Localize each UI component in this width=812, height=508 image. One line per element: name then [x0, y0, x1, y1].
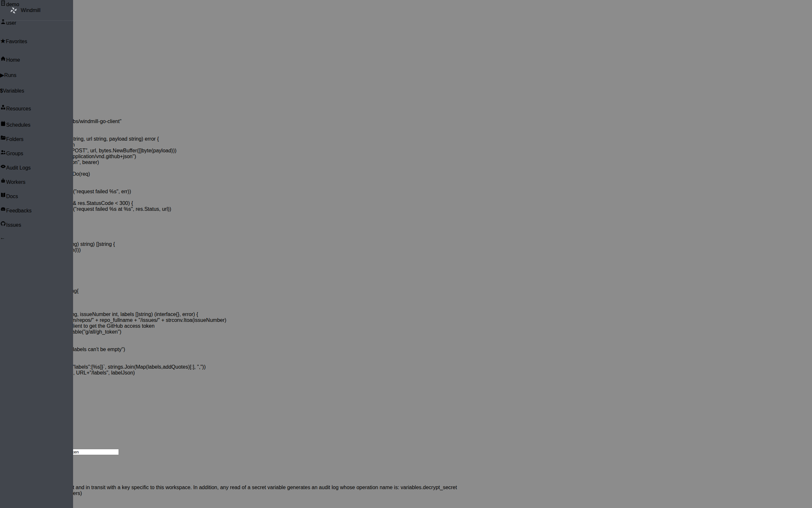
code-line: 42}: [0, 300, 812, 306]
code-line: 3import (: [0, 72, 812, 78]
owner-kind-user-option[interactable]: User: [0, 437, 812, 443]
lint-status-badge: Valid: [0, 13, 812, 18]
code-line: 48: [0, 335, 812, 341]
code-line: 18 req.Header.Add("Authorization", beare…: [0, 160, 812, 165]
cubes-icon: [0, 106, 6, 112]
warning-title: Audit log for each access: [0, 479, 812, 484]
code-line: 13: [0, 130, 812, 136]
code-line: 53 var labelJson = fmt.Sprintf(`{"labels…: [0, 364, 812, 370]
code-line: 28 defer res.Body.Close(): [0, 218, 812, 224]
sidebar-item-feedbacks[interactable]: Feedbacks: [0, 206, 73, 220]
sidebar-item-issues[interactable]: Issues: [0, 220, 73, 235]
windmill-logo-icon: [10, 6, 17, 14]
code-line: 5 "errors": [0, 83, 812, 89]
eye-icon: [0, 165, 6, 171]
drawer-header: × Add a variable Save: [0, 399, 812, 420]
sidebar-item-label: Favorites: [6, 39, 27, 44]
code-line: 16 req, _ := http.NewRequest("POST", url…: [0, 148, 812, 154]
code-line: 52: [0, 358, 812, 364]
drawer-add-variable: × Add a variable Save Path User Name* Us…: [0, 399, 812, 508]
code-line: 41 return fmt.Sprintf("\"%s\"", s): [0, 294, 812, 300]
warning-body: Every secret is encrypted at rest and in…: [0, 484, 812, 491]
sidebar-item-variables[interactable]: $Variables: [0, 88, 73, 104]
user-icon: [0, 20, 6, 26]
editor-toolbar: Valid $+Context Var$+Variable+Resource↺R…: [0, 13, 812, 60]
sidebar-item-resources[interactable]: Resources: [0, 104, 73, 121]
code-line: 24 }: [0, 195, 812, 200]
star-icon: ★: [0, 39, 6, 44]
code-line: 30}: [0, 229, 812, 236]
code-line: 39: [0, 282, 812, 288]
breadcrumb: Metadata/Code/Advanced: [0, 0, 812, 6]
code-line: 26 return errors.New(fmt.Sprintf("reques…: [0, 206, 812, 212]
user-field-label: User: [0, 425, 812, 431]
sidebar-item-schedules[interactable]: Schedules: [0, 121, 73, 135]
app-root: Windmill demouser★Favorites Home▶Runs$Va…: [0, 0, 812, 508]
sidebar-item-label: Folders: [6, 136, 24, 142]
code-line: 50 return nil, errors.New("list of label…: [0, 347, 812, 352]
path-section-heading: Path: [0, 420, 812, 425]
code-line: 43: [0, 306, 812, 311]
sidebar-item-home[interactable]: Home: [0, 55, 73, 72]
sidebar-item-label: Audit Logs: [6, 165, 31, 171]
sidebar-item-label: Groups: [6, 151, 23, 156]
sidebar-item-favorites[interactable]: ★Favorites: [0, 37, 73, 55]
sidebar-item-runs[interactable]: ▶Runs: [0, 72, 73, 88]
sidebar-item-user[interactable]: user: [0, 18, 73, 37]
windmill-logo[interactable]: Windmill: [0, 0, 73, 21]
sidebar-item-label: Schedules: [6, 122, 31, 128]
code-line: 14func postRequest(gh_token string, url …: [0, 136, 812, 142]
sidebar-item-folders[interactable]: Folders: [0, 135, 73, 149]
github-icon: [0, 222, 6, 228]
users-icon: [0, 151, 6, 156]
sidebar-item-workers[interactable]: Workers: [0, 178, 73, 192]
code-line: 10: [0, 113, 812, 119]
calendar-icon: [0, 122, 6, 128]
code-editor[interactable]: 1package inner23import (4 "bytes"5 "erro…: [0, 60, 812, 399]
book-icon: [0, 194, 6, 199]
sidebar-item-label: Resources: [6, 106, 31, 112]
folder-icon: [0, 136, 6, 142]
code-line: 36 }: [0, 265, 812, 270]
code-line: 20 res, err := http.DefaultClient.Do(req…: [0, 171, 812, 177]
sidebar-item-groups[interactable]: Groups: [0, 149, 73, 163]
editor-header: Metadata/Code/Advanced u/us: [0, 0, 812, 13]
code-line: 35 lmapped[i] = f(v): [0, 259, 812, 265]
home-icon: [0, 57, 6, 63]
code-line: 9 "strings": [0, 107, 812, 113]
code-line: 57 return nil, err: [0, 387, 812, 393]
code-line: 45 URL := "https://api.github.com/repos/…: [0, 318, 812, 323]
code-line: 34 for i, v := range l {: [0, 253, 812, 259]
sidebar-item-label: Runs: [4, 73, 16, 78]
drawer-title: Add a variable: [0, 406, 812, 411]
sidebar-item-label: Docs: [6, 194, 18, 199]
sidebar-item-audit-logs[interactable]: Audit Logs: [0, 163, 73, 178]
code-line: 40func addQuotes(s string) string{: [0, 288, 812, 294]
app-title: Windmill: [21, 7, 40, 13]
code-line: 47 gh_token, _ := wmill.GetVariable("g/a…: [0, 329, 812, 335]
editor-page: Metadata/Code/Advanced u/us Valid $+Cont…: [0, 0, 812, 399]
name-field-label: Name*: [0, 431, 812, 437]
code-line: 2: [0, 66, 812, 72]
play-icon: ▶: [0, 73, 4, 78]
code-line: 55 if err != nil {: [0, 376, 812, 382]
code-line: 12): [0, 124, 812, 130]
collapse-sidebar-button[interactable]: ←: [0, 235, 73, 241]
code-line: 44func main(repo_fullname string, issueN…: [0, 311, 812, 318]
sidebar-item-docs[interactable]: Docs: [0, 192, 73, 206]
code-line: 56 fmt.Println(err): [0, 382, 812, 387]
code-line: 6 "fmt": [0, 89, 812, 95]
code-line: 23 return errors.New(fmt.Sprintf("reques…: [0, 189, 812, 195]
code-line: 46 // We're using the Windmill client to…: [0, 323, 812, 329]
code-line: 32func Map(l []string, f func(string) st…: [0, 241, 812, 247]
code-line: 25 if !(res.StatusCode >= 200 && res.Sta…: [0, 200, 812, 206]
owner-kind-toggle: User Folder: [0, 437, 812, 449]
sidebar-item-label: Feedbacks: [6, 208, 32, 213]
dollar-icon: $: [0, 88, 3, 93]
code-line: 51 }: [0, 352, 812, 358]
script-path[interactable]: u/us: [0, 6, 812, 13]
sidebar-item-label: Home: [6, 57, 20, 63]
owner-kind-folder-option[interactable]: Folder: [0, 443, 812, 449]
code-line: 33 lmapped := make([]string, len(l)): [0, 247, 812, 253]
variable-value-heading: Variable value (5/10000 characters): [0, 491, 812, 496]
